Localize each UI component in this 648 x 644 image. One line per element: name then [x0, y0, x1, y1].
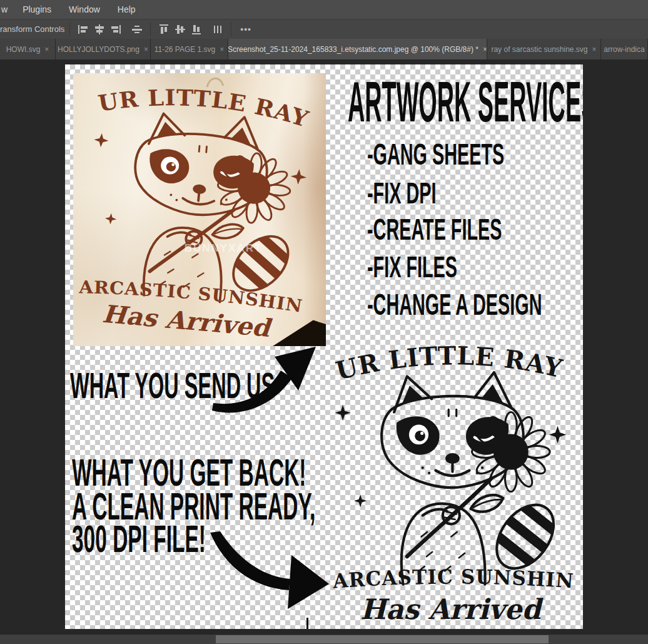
arrow-up-right — [210, 338, 322, 419]
watermark-text: BUNNYXART — [167, 242, 280, 255]
service-item: -CHANGE A DESIGN — [367, 290, 583, 320]
menu-item-help[interactable]: Help — [109, 4, 144, 14]
service-item: -CREATE FILES — [367, 215, 583, 245]
tab-screenshot-etsystatic-active[interactable]: Screenshot_25-11-2024_165833_i.etsystati… — [228, 39, 487, 59]
close-icon[interactable]: × — [592, 45, 597, 54]
distribute-horizontal-icon[interactable] — [210, 23, 226, 36]
menu-item-plugins[interactable]: Plugins — [14, 4, 60, 14]
tab-label: Screenshot_25-11-2024_165833_i.etsystati… — [228, 45, 478, 54]
tab-howi[interactable]: HOWI.svg × — [0, 39, 56, 59]
tab-label: HOLLYJOLLYDOTS.png — [58, 45, 139, 54]
horizontal-scrollbar[interactable] — [0, 635, 648, 644]
divider — [231, 23, 231, 36]
align-left-icon[interactable] — [75, 23, 91, 36]
menu-item-view-cut[interactable]: w — [0, 4, 14, 14]
align-bottom-icon[interactable] — [188, 23, 205, 36]
divider — [150, 23, 151, 36]
close-icon[interactable]: × — [44, 45, 49, 54]
shirt-design-brown — [73, 73, 326, 344]
tab-hollyjollydots[interactable]: HOLLYJOLLYDOTS.png × — [56, 39, 151, 59]
divider — [69, 23, 70, 36]
document-view[interactable]: BUNNYXART ARTWORK SERVICES: -GANG SHEETS… — [65, 64, 583, 629]
clean-design-black — [324, 338, 583, 623]
canvas-pasteboard[interactable]: BUNNYXART ARTWORK SERVICES: -GANG SHEETS… — [0, 59, 648, 635]
customer-photo: BUNNYXART — [73, 73, 326, 346]
service-item: -FIX DPI — [367, 178, 482, 208]
align-vertical-centers-icon[interactable] — [172, 23, 188, 36]
close-icon[interactable]: × — [220, 45, 224, 54]
arrow-down-right — [206, 529, 332, 613]
align-horizontal-centers-icon[interactable] — [91, 23, 108, 36]
tab-arrow-indicator[interactable]: arrow-indica — [601, 39, 648, 59]
service-item: -FIX FILES — [367, 252, 517, 282]
options-bar: ransform Controls ••• — [0, 19, 648, 39]
hanger-string — [205, 73, 226, 88]
tab-11-26-page-1[interactable]: 11-26 PAGE 1.svg × — [151, 39, 228, 59]
align-top-icon[interactable] — [156, 23, 172, 36]
services-title: ARTWORK SERVICES: — [348, 74, 583, 130]
more-options-icon[interactable]: ••• — [240, 24, 251, 34]
document-tab-bar: HOWI.svg × HOLLYJOLLYDOTS.png × 11-26 PA… — [0, 39, 648, 59]
transform-controls-label[interactable]: ransform Controls — [0, 24, 64, 34]
close-icon[interactable]: × — [144, 45, 148, 54]
tab-label: 11-26 PAGE 1.svg — [154, 45, 216, 54]
tab-label: HOWI.svg — [6, 45, 41, 54]
tab-label: arrow-indica — [604, 45, 644, 54]
horizontal-scrollbar-thumb[interactable] — [216, 635, 549, 643]
close-icon[interactable]: × — [483, 45, 487, 54]
tab-ray-of-sarcastic-sunshine[interactable]: ray of sarcastic sunshine.svg × — [487, 39, 601, 59]
menu-item-window[interactable]: Window — [60, 4, 109, 14]
distribute-vertical-icon[interactable] — [129, 23, 145, 36]
service-item: -GANG SHEETS — [367, 140, 583, 170]
photoshop-window: YOUR LITTLE RAY OF — [0, 0, 648, 644]
menu-bar: w Plugins Window Help — [0, 0, 648, 19]
align-right-icon[interactable] — [108, 23, 124, 36]
stray-mark — [306, 618, 308, 629]
tab-label: ray of sarcastic sunshine.svg — [491, 45, 587, 54]
